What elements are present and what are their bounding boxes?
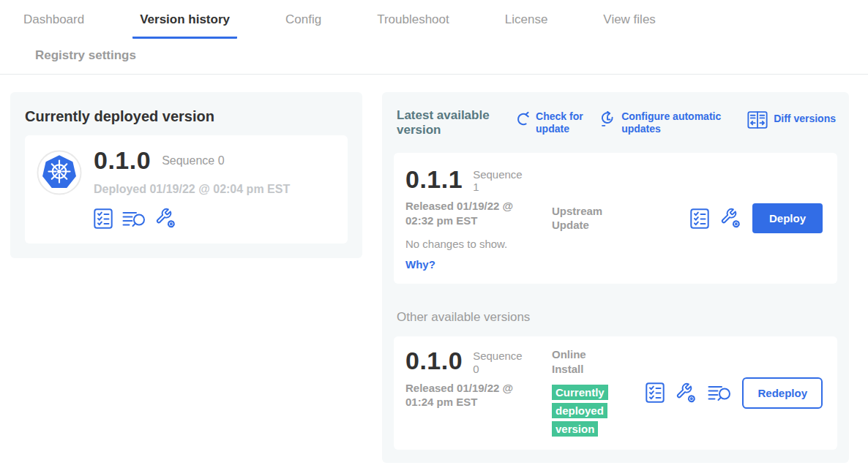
other-version-info: 0.1.0 Sequence 0 Released 01/19/22 @ 01:…	[405, 347, 552, 438]
primary-tab-bar: Dashboard Version history Config Trouble…	[0, 0, 868, 39]
tab-version-history[interactable]: Version history	[132, 12, 237, 39]
no-changes-text: No changes to show.	[405, 238, 552, 250]
latest-version-actions: Deploy	[634, 166, 823, 271]
tab-troubleshoot[interactable]: Troubleshoot	[370, 12, 457, 39]
deployed-version-info: 0.1.0 Sequence 0 Deployed 01/19/22 @ 02:…	[94, 147, 290, 229]
tab-view-files[interactable]: View files	[596, 12, 663, 39]
latest-version-card: 0.1.1 Sequence 1 Released 01/19/22 @ 02:…	[394, 153, 837, 284]
edit-config-icon[interactable]	[155, 208, 176, 229]
secondary-tab-bar: Registry settings	[0, 39, 868, 74]
latest-version-number: 0.1.1	[405, 166, 463, 193]
refresh-icon	[515, 111, 530, 126]
other-version-row: 0.1.0 Sequence 0	[405, 347, 552, 375]
other-source-column: Online Install Currently deployed versio…	[552, 347, 634, 438]
check-for-update-link[interactable]: Check for update	[515, 110, 591, 135]
diff-versions-link[interactable]: Diff versions	[747, 110, 836, 129]
latest-sequence-label: Sequence 1	[473, 168, 524, 194]
redeploy-button[interactable]: Redeploy	[742, 377, 823, 409]
edit-config-icon[interactable]	[676, 382, 697, 404]
auto-update-clock-icon	[600, 111, 616, 127]
latest-available-header: Latest available version Check for updat…	[394, 107, 837, 138]
tab-dashboard[interactable]: Dashboard	[16, 12, 91, 39]
main-content: Currently deployed version	[0, 75, 868, 463]
app-header: Dashboard Version history Config Trouble…	[0, 0, 868, 75]
preflight-checks-icon[interactable]	[94, 208, 113, 229]
deployed-sequence-label: Sequence 0	[162, 154, 224, 167]
tab-registry-settings[interactable]: Registry settings	[35, 48, 136, 63]
latest-available-title: Latest available version	[397, 108, 506, 138]
other-sequence-label: Sequence 0	[473, 350, 524, 375]
currently-deployed-badge-wrap: Currently deployed version	[552, 384, 615, 438]
latest-source-label: Upstream Update	[552, 204, 619, 233]
deploy-logs-icon[interactable]	[708, 383, 731, 402]
kubernetes-app-icon	[37, 150, 82, 195]
currently-deployed-badge: Currently deployed version	[552, 385, 608, 437]
deployed-timestamp: Deployed 01/19/22 @ 02:04 pm EST	[94, 183, 290, 196]
configure-automatic-updates-label: Configure automatic updates	[621, 110, 738, 135]
deployed-actions	[94, 208, 290, 229]
other-version-number: 0.1.0	[405, 347, 463, 374]
tab-license[interactable]: License	[498, 12, 555, 39]
other-released-timestamp: Released 01/19/22 @ 01:24 pm EST	[405, 381, 526, 410]
available-versions-panel: Latest available version Check for updat…	[382, 92, 849, 463]
latest-source-column: Upstream Update	[552, 166, 634, 271]
latest-version-info: 0.1.1 Sequence 1 Released 01/19/22 @ 02:…	[405, 166, 552, 271]
deploy-logs-icon[interactable]	[122, 209, 146, 228]
deploy-button[interactable]: Deploy	[752, 203, 823, 233]
currently-deployed-title: Currently deployed version	[25, 108, 348, 125]
diff-columns-icon	[747, 111, 768, 129]
configure-automatic-updates-link[interactable]: Configure automatic updates	[600, 110, 738, 135]
currently-deployed-panel: Currently deployed version	[10, 92, 362, 258]
diff-versions-label: Diff versions	[774, 113, 836, 125]
deployed-version-row: 0.1.0 Sequence 0	[94, 147, 290, 174]
deployed-version-number: 0.1.0	[94, 147, 151, 174]
tab-config[interactable]: Config	[278, 12, 329, 39]
other-versions-title: Other available versions	[397, 310, 837, 325]
other-version-actions: Redeploy	[634, 347, 823, 438]
preflight-checks-icon[interactable]	[646, 382, 665, 403]
deployed-version-card: 0.1.0 Sequence 0 Deployed 01/19/22 @ 02:…	[25, 135, 348, 244]
why-link[interactable]: Why?	[405, 258, 552, 271]
latest-version-row: 0.1.1 Sequence 1	[405, 166, 552, 194]
latest-released-timestamp: Released 01/19/22 @ 02:32 pm EST	[405, 199, 526, 227]
edit-config-icon[interactable]	[720, 208, 741, 229]
check-for-update-label: Check for update	[536, 110, 591, 135]
preflight-checks-icon[interactable]	[690, 208, 709, 229]
other-version-card: 0.1.0 Sequence 0 Released 01/19/22 @ 01:…	[394, 336, 837, 449]
other-source-label: Online Install	[552, 347, 619, 376]
